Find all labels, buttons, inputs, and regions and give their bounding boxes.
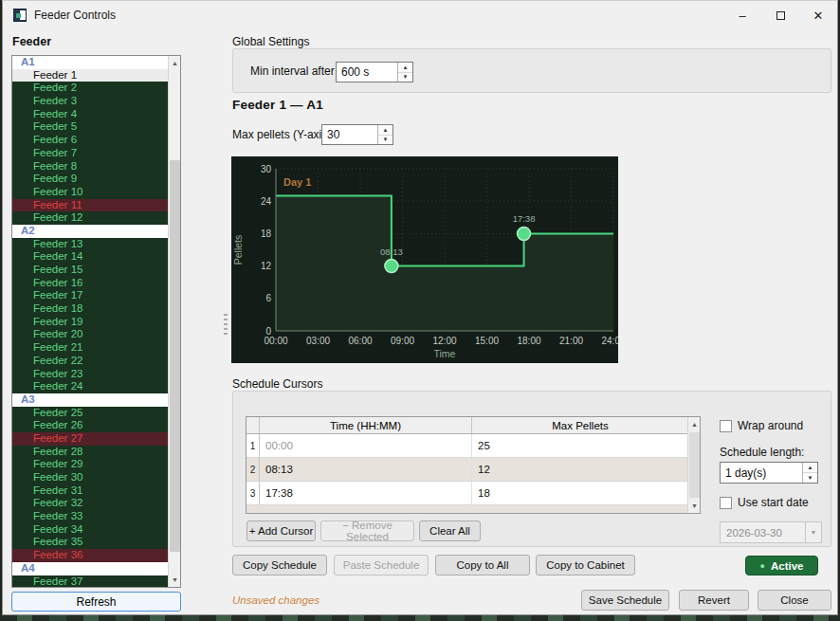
feeder-list-item[interactable]: Feeder 28: [12, 446, 170, 459]
refresh-button[interactable]: Refresh: [11, 592, 181, 612]
feeder-list-item[interactable]: Feeder 14: [12, 250, 170, 264]
time-cell[interactable]: 08:13: [260, 458, 472, 481]
spin-up-icon[interactable]: ▲: [803, 463, 817, 473]
feeder-list-item[interactable]: Feeder 4: [12, 108, 170, 121]
feeder-list-item[interactable]: Feeder 33: [12, 510, 170, 523]
feeder-list-item[interactable]: Feeder 21: [12, 341, 170, 355]
save-schedule-button[interactable]: Save Schedule: [581, 590, 669, 611]
pellets-cell[interactable]: 12: [472, 458, 689, 481]
add-cursor-button[interactable]: + Add Cursor: [247, 521, 316, 541]
feeder-list-item[interactable]: Feeder 32: [12, 497, 170, 510]
feeder-list-item[interactable]: Feeder 19: [12, 316, 170, 329]
cursor-table[interactable]: Time (HH:MM) Max Pellets 100:0025208:131…: [246, 416, 701, 514]
paste-schedule-button[interactable]: Paste Schedule: [334, 555, 429, 575]
feeder-list-item[interactable]: Feeder 5: [12, 120, 170, 134]
feeder-group-header[interactable]: A1: [12, 56, 170, 69]
feeder-list-item[interactable]: Feeder 16: [12, 277, 170, 290]
feeder-list-item[interactable]: Feeder 30: [12, 471, 170, 484]
spin-down-icon[interactable]: ▼: [378, 136, 393, 145]
cursor-table-row[interactable]: 317:3818: [247, 482, 700, 505]
row-number[interactable]: 1: [247, 434, 260, 457]
feeder-list-item[interactable]: Feeder 8: [12, 160, 170, 174]
copy-schedule-button[interactable]: Copy Schedule: [232, 555, 327, 575]
spin-up-icon[interactable]: ▲: [398, 63, 412, 73]
use-start-date-row: Use start date: [720, 496, 809, 509]
cursor-table-row[interactable]: 208:1312: [247, 458, 700, 482]
feeder-list-item[interactable]: Feeder 29: [12, 458, 170, 471]
maximize-button[interactable]: [761, 1, 799, 29]
feeder-list-item[interactable]: Feeder 10: [12, 186, 170, 199]
feeder-group-header[interactable]: A3: [12, 393, 170, 407]
feeder-list-item[interactable]: Feeder 22: [12, 355, 170, 368]
pellets-cell[interactable]: 18: [472, 482, 689, 504]
start-date-combobox[interactable]: 2026-03-30 ▼: [720, 521, 822, 543]
scroll-up-icon[interactable]: ▲: [688, 417, 701, 431]
feeder-list-item[interactable]: Feeder 6: [12, 134, 170, 147]
feeder-list-item[interactable]: Feeder 7: [12, 147, 170, 160]
scroll-up-icon[interactable]: ▲: [169, 56, 181, 70]
spin-down-icon[interactable]: ▼: [398, 73, 412, 82]
time-cell[interactable]: 17:38: [260, 482, 472, 504]
active-status-button[interactable]: ● Active: [745, 556, 818, 575]
remove-selected-button[interactable]: − Remove Selected: [320, 521, 414, 541]
feeder-list-item[interactable]: Feeder 36: [12, 549, 170, 562]
feeder-list-item[interactable]: Feeder 26: [12, 419, 170, 432]
feeder-list[interactable]: A1Feeder 1Feeder 2Feeder 3Feeder 4Feeder…: [11, 55, 181, 588]
feeder-list-item[interactable]: Feeder 24: [12, 380, 170, 393]
feeder-list-item[interactable]: Feeder 37: [12, 575, 170, 589]
splitter-handle[interactable]: [224, 314, 228, 335]
time-cell[interactable]: 00:00: [260, 434, 472, 457]
feeder-list-item[interactable]: Feeder 11: [12, 199, 170, 212]
spin-up-icon[interactable]: ▲: [378, 125, 393, 136]
minimize-button[interactable]: –: [723, 1, 761, 29]
feeder-list-item[interactable]: Feeder 1: [12, 69, 170, 82]
scrollbar-thumb[interactable]: [170, 160, 180, 552]
feeder-list-item[interactable]: Feeder 12: [12, 211, 170, 225]
feeder-list-item[interactable]: Feeder 34: [12, 523, 170, 537]
cursor-marker: [518, 227, 531, 240]
feeder-list-item[interactable]: Feeder 15: [12, 264, 170, 277]
schedule-chart[interactable]: 061218243000:0003:0006:0009:0012:0015:00…: [231, 156, 618, 363]
wrap-around-label: Wrap around: [738, 419, 803, 432]
window-title: Feeder Controls: [34, 9, 116, 22]
close-button[interactable]: Close: [758, 590, 831, 611]
row-number[interactable]: 3: [247, 482, 260, 504]
close-window-button[interactable]: ✕: [799, 1, 837, 29]
scrollbar-thumb[interactable]: [689, 432, 700, 498]
feeder-list-item[interactable]: Feeder 35: [12, 536, 170, 549]
row-number[interactable]: 2: [247, 458, 260, 481]
feeder-list-item[interactable]: Feeder 3: [12, 95, 170, 108]
feeder-list-item[interactable]: Feeder 2: [12, 82, 170, 95]
feeder-list-item[interactable]: Feeder 18: [12, 302, 170, 316]
copy-to-all-button[interactable]: Copy to All: [435, 555, 530, 575]
feeder-list-item[interactable]: Feeder 31: [12, 484, 170, 498]
schedule-length-spinbox[interactable]: 1 day(s) ▲ ▼: [720, 462, 818, 484]
maximize-icon: [776, 11, 785, 20]
table-scrollbar[interactable]: ▲ ▼: [687, 417, 700, 513]
feeder-group-header[interactable]: A4: [12, 562, 170, 575]
max-pellets-spinbox[interactable]: 30 ▲ ▼: [321, 124, 393, 145]
feeder-list-item[interactable]: Feeder 20: [12, 328, 170, 341]
feeder-list-item[interactable]: Feeder 13: [12, 238, 170, 251]
feeder-list-scrollbar[interactable]: ▲ ▼: [168, 56, 180, 587]
clear-all-button[interactable]: Clear All: [419, 521, 481, 541]
revert-button[interactable]: Revert: [679, 590, 749, 611]
min-interval-spinbox[interactable]: 600 s ▲ ▼: [336, 62, 413, 82]
cursor-table-row[interactable]: 100:0025: [247, 434, 700, 458]
feeder-group-header[interactable]: A2: [12, 225, 170, 238]
scroll-down-icon[interactable]: ▼: [688, 499, 701, 513]
cursor-time-label: 08:13: [380, 247, 403, 257]
feeder-list-item[interactable]: Feeder 25: [12, 407, 170, 420]
pellets-cell[interactable]: 25: [472, 434, 689, 457]
x-tick-label: 06:00: [348, 336, 372, 346]
scroll-down-icon[interactable]: ▼: [169, 573, 181, 587]
feeder-list-item[interactable]: Feeder 23: [12, 368, 170, 381]
use-start-date-checkbox[interactable]: [720, 497, 732, 509]
global-settings-group: Min interval after take: 600 s ▲ ▼: [232, 48, 831, 93]
copy-to-cabinet-button[interactable]: Copy to Cabinet: [536, 555, 635, 575]
feeder-list-item[interactable]: Feeder 9: [12, 173, 170, 186]
spin-down-icon[interactable]: ▼: [803, 473, 817, 483]
feeder-list-item[interactable]: Feeder 27: [12, 432, 170, 446]
wrap-around-checkbox[interactable]: [720, 420, 732, 432]
feeder-list-item[interactable]: Feeder 17: [12, 289, 170, 302]
